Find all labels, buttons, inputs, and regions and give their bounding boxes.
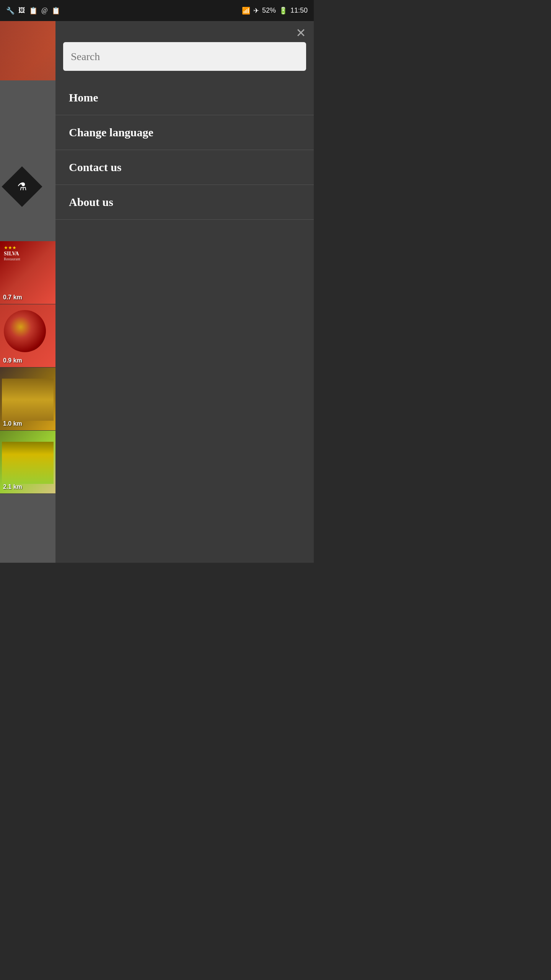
status-right-info: 📶 ✈ 52% 🔋 11:50 xyxy=(242,7,308,15)
menu-item-change-language[interactable]: Change language xyxy=(55,115,314,150)
list-item[interactable]: 0.9 km xyxy=(0,304,55,368)
star-rating: ★★★ xyxy=(4,245,52,251)
filter-icon: ⚗ xyxy=(17,180,27,193)
clock: 11:50 xyxy=(290,7,308,15)
pizza-image xyxy=(4,310,46,352)
menu-list: Home Change language Contact us About us xyxy=(55,80,314,220)
distance-label: 0.9 km xyxy=(3,357,22,364)
wifi-icon: 📶 xyxy=(242,7,250,15)
nearby-list: ★★★ SILVA Restaurant 0.7 km 0.9 km 1.0 k… xyxy=(0,241,55,494)
list-item[interactable]: 2.1 km xyxy=(0,431,55,494)
status-bar: 🔧 🖼 📋 @ 📋 📶 ✈ 52% 🔋 11:50 xyxy=(0,0,314,21)
battery-icon: 🔋 xyxy=(279,7,287,15)
status-left-icons: 🔧 🖼 📋 @ 📋 xyxy=(6,7,60,15)
building-image xyxy=(2,379,54,421)
close-button[interactable]: ✕ xyxy=(296,27,306,39)
phone-icon: 📋 xyxy=(29,7,37,15)
list-item[interactable]: ★★★ SILVA Restaurant 0.7 km xyxy=(0,241,55,304)
battery-percentage: 52% xyxy=(262,7,276,15)
list-item[interactable]: 1.0 km xyxy=(0,368,55,431)
distance-label: 2.1 km xyxy=(3,483,22,490)
menu-item-about-us[interactable]: About us xyxy=(55,185,314,220)
background-content: ⚗ ★★★ SILVA Restaurant 0.7 km 0.9 km 1.0… xyxy=(0,21,55,563)
menu-item-contact-us[interactable]: Contact us xyxy=(55,150,314,185)
hotel-info: ★★★ SILVA Restaurant xyxy=(0,241,55,265)
side-drawer: ✕ Home Change language Contact us About … xyxy=(55,21,314,563)
menu-item-home[interactable]: Home xyxy=(55,80,314,115)
search-container xyxy=(63,42,306,71)
image-icon: 🖼 xyxy=(18,7,25,15)
at-icon: @ xyxy=(41,7,48,15)
search-input[interactable] xyxy=(63,42,306,71)
clipboard-icon: 📋 xyxy=(52,7,60,15)
distance-label: 0.7 km xyxy=(3,294,22,301)
airplane-icon: ✈ xyxy=(253,7,259,15)
distance-label: 1.0 km xyxy=(3,420,22,427)
wrench-icon: 🔧 xyxy=(6,7,15,15)
hotel-subtitle: Restaurant xyxy=(4,257,52,261)
yellow-building-image xyxy=(2,442,54,484)
hotel-name: SILVA xyxy=(4,251,52,257)
